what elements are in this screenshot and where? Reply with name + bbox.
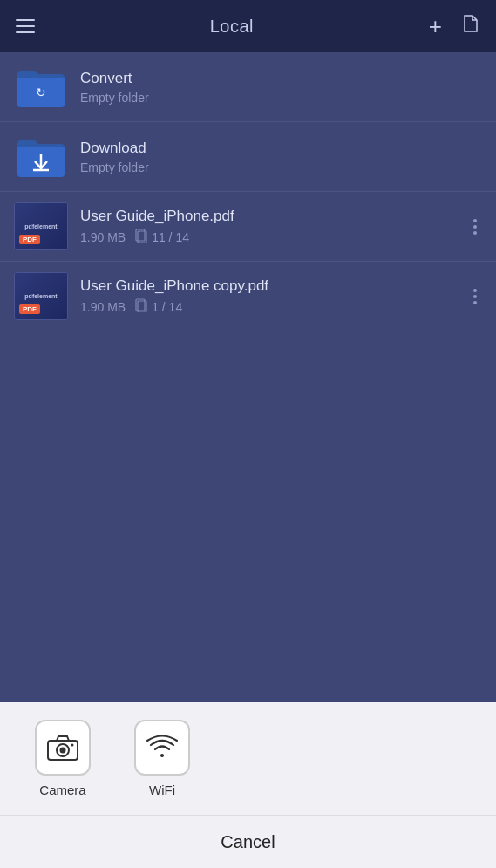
cancel-label: Cancel (221, 832, 275, 852)
item-info-download: Download Empty folder (80, 140, 482, 174)
item-name: Download (80, 140, 482, 157)
svg-point-11 (160, 754, 164, 757)
item-sub: Empty folder (80, 161, 482, 174)
item-name: User Guide_iPhone copy.pdf (80, 277, 468, 295)
header-actions: + (429, 13, 480, 40)
file-list: ↻ Convert Empty folder Download Empty fo… (0, 52, 496, 702)
camera-action[interactable]: Camera (35, 720, 91, 797)
item-info-file2: User Guide_iPhone copy.pdf 1.90 MB 1 / 1… (80, 277, 468, 315)
header-title: Local (210, 17, 254, 37)
item-name: Convert (80, 70, 482, 87)
header: Local + (0, 0, 496, 52)
camera-icon-box (35, 720, 91, 776)
list-item[interactable]: pdfelement PDF User Guide_iPhone.pdf 1.9… (0, 192, 496, 262)
item-info-file1: User Guide_iPhone.pdf 1.90 MB 11 / 14 (80, 208, 468, 245)
svg-text:↻: ↻ (36, 85, 46, 99)
item-meta: 1.90 MB 11 / 14 (80, 229, 468, 245)
bottom-sheet-actions: Camera WiFi (0, 702, 496, 816)
cancel-button[interactable]: Cancel (0, 816, 496, 868)
bottom-sheet: Camera WiFi Cancel (0, 702, 496, 868)
menu-button[interactable] (16, 19, 35, 33)
item-info-convert: Convert Empty folder (80, 70, 482, 105)
note-button[interactable] (459, 13, 480, 39)
item-meta: 1.90 MB 1 / 14 (80, 298, 468, 315)
list-item[interactable]: Download Empty folder (0, 122, 496, 192)
list-item[interactable]: pdfelement PDF User Guide_iPhone copy.pd… (0, 262, 496, 331)
more-button[interactable] (468, 282, 482, 311)
item-size: 1.90 MB (80, 300, 126, 314)
wifi-icon-box (134, 720, 190, 776)
pages-icon (134, 229, 148, 245)
list-item[interactable]: ↻ Convert Empty folder (0, 52, 496, 122)
pages-icon (134, 298, 148, 315)
more-button[interactable] (468, 212, 482, 242)
folder-icon-convert: ↻ (14, 63, 68, 111)
wifi-label: WiFi (149, 783, 175, 797)
file-thumbnail: pdfelement PDF (14, 202, 68, 250)
item-sub: Empty folder (80, 91, 482, 105)
file-thumbnail: pdfelement PDF (14, 272, 68, 320)
folder-icon-download (14, 133, 68, 181)
item-name: User Guide_iPhone.pdf (80, 208, 468, 225)
svg-point-9 (60, 748, 66, 754)
item-pages: 1 / 14 (134, 298, 182, 315)
camera-label: Camera (39, 783, 85, 797)
svg-point-10 (71, 744, 74, 747)
add-button[interactable]: + (429, 13, 442, 40)
item-size: 1.90 MB (80, 230, 126, 244)
item-pages: 11 / 14 (134, 229, 189, 245)
wifi-action[interactable]: WiFi (134, 720, 190, 797)
